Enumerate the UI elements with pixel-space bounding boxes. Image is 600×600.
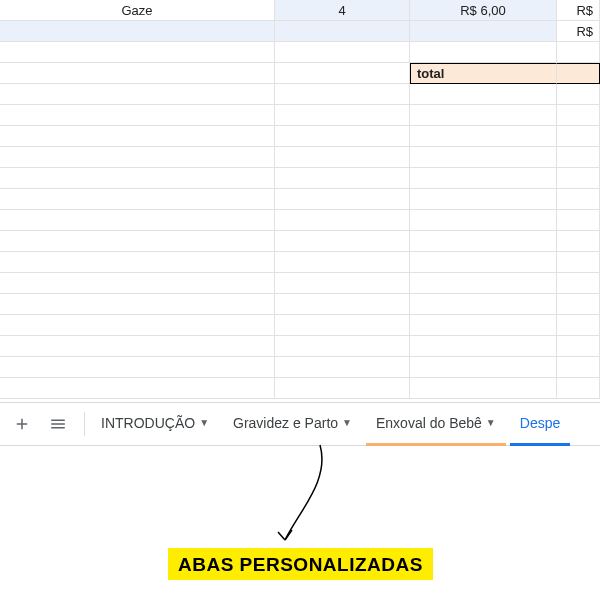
all-sheets-button[interactable] — [42, 408, 74, 440]
cell[interactable] — [0, 231, 275, 252]
cell[interactable] — [410, 21, 557, 42]
cell[interactable] — [410, 210, 557, 231]
table-row[interactable] — [0, 147, 600, 168]
tab-enxoval-do-bebe[interactable]: Enxoval do Bebê ▼ — [366, 402, 506, 446]
cell[interactable] — [275, 336, 410, 357]
cell[interactable] — [557, 273, 600, 294]
table-row[interactable] — [0, 252, 600, 273]
cell[interactable] — [557, 231, 600, 252]
cell[interactable] — [410, 147, 557, 168]
cell[interactable] — [0, 336, 275, 357]
cell[interactable] — [0, 84, 275, 105]
table-row[interactable] — [0, 105, 600, 126]
cell[interactable] — [410, 378, 557, 399]
cell[interactable] — [557, 336, 600, 357]
cell[interactable] — [557, 42, 600, 63]
table-row[interactable] — [0, 231, 600, 252]
cell[interactable] — [557, 315, 600, 336]
table-row[interactable] — [0, 315, 600, 336]
cell[interactable] — [275, 42, 410, 63]
cell-total-value[interactable] — [557, 63, 600, 84]
cell[interactable] — [0, 315, 275, 336]
cell[interactable] — [557, 378, 600, 399]
cell-qty[interactable]: 4 — [275, 0, 410, 21]
cell[interactable] — [275, 315, 410, 336]
cell[interactable] — [275, 357, 410, 378]
cell[interactable] — [275, 210, 410, 231]
cell[interactable] — [0, 105, 275, 126]
cell[interactable] — [0, 273, 275, 294]
cell[interactable] — [410, 168, 557, 189]
cell[interactable] — [557, 252, 600, 273]
cell[interactable] — [275, 252, 410, 273]
cell-currency[interactable]: R$ — [557, 0, 600, 21]
table-row-total[interactable]: total — [0, 63, 600, 84]
cell[interactable] — [0, 294, 275, 315]
table-row[interactable] — [0, 294, 600, 315]
cell[interactable] — [275, 105, 410, 126]
table-row[interactable] — [0, 189, 600, 210]
cell[interactable] — [0, 210, 275, 231]
cell[interactable] — [410, 252, 557, 273]
cell[interactable] — [557, 210, 600, 231]
cell[interactable] — [275, 21, 410, 42]
cell[interactable] — [0, 378, 275, 399]
cell[interactable] — [0, 357, 275, 378]
spreadsheet-grid[interactable]: Gaze 4 R$ 6,00 R$ R$ total — [0, 0, 600, 399]
cell[interactable] — [557, 357, 600, 378]
cell[interactable] — [0, 42, 275, 63]
table-row[interactable] — [0, 42, 600, 63]
tab-despesas[interactable]: Despe — [510, 402, 570, 446]
cell[interactable] — [0, 168, 275, 189]
cell-total-label[interactable]: total — [410, 63, 557, 84]
cell[interactable] — [557, 189, 600, 210]
cell[interactable] — [557, 126, 600, 147]
cell[interactable] — [410, 294, 557, 315]
cell[interactable] — [275, 378, 410, 399]
cell[interactable] — [275, 126, 410, 147]
table-row[interactable] — [0, 168, 600, 189]
cell[interactable] — [410, 273, 557, 294]
cell-currency[interactable]: R$ — [557, 21, 600, 42]
table-row[interactable] — [0, 378, 600, 399]
table-row[interactable] — [0, 210, 600, 231]
cell[interactable] — [275, 63, 410, 84]
cell[interactable] — [275, 231, 410, 252]
table-row[interactable] — [0, 273, 600, 294]
cell[interactable] — [0, 63, 275, 84]
table-row[interactable] — [0, 84, 600, 105]
cell[interactable] — [0, 252, 275, 273]
cell[interactable] — [410, 84, 557, 105]
cell[interactable] — [410, 357, 557, 378]
cell[interactable] — [410, 315, 557, 336]
cell[interactable] — [557, 105, 600, 126]
cell[interactable] — [0, 147, 275, 168]
add-sheet-button[interactable] — [6, 408, 38, 440]
cell[interactable] — [410, 189, 557, 210]
cell[interactable] — [410, 336, 557, 357]
cell-price[interactable]: R$ 6,00 — [410, 0, 557, 21]
cell[interactable] — [0, 126, 275, 147]
cell[interactable] — [410, 105, 557, 126]
table-row[interactable] — [0, 336, 600, 357]
table-row[interactable]: Gaze 4 R$ 6,00 R$ — [0, 0, 600, 21]
cell[interactable] — [557, 84, 600, 105]
tab-introducao[interactable]: INTRODUÇÃO ▼ — [91, 402, 219, 446]
table-row[interactable] — [0, 126, 600, 147]
cell[interactable] — [557, 147, 600, 168]
table-row[interactable]: R$ — [0, 21, 600, 42]
cell[interactable] — [275, 273, 410, 294]
cell[interactable] — [275, 189, 410, 210]
cell[interactable] — [557, 294, 600, 315]
cell-item-name[interactable]: Gaze — [0, 0, 275, 21]
cell[interactable] — [275, 168, 410, 189]
cell[interactable] — [557, 168, 600, 189]
cell[interactable] — [410, 42, 557, 63]
cell[interactable] — [0, 189, 275, 210]
cell[interactable] — [275, 147, 410, 168]
cell[interactable] — [410, 126, 557, 147]
cell[interactable] — [0, 21, 275, 42]
cell[interactable] — [410, 231, 557, 252]
cell[interactable] — [275, 84, 410, 105]
table-row[interactable] — [0, 357, 600, 378]
